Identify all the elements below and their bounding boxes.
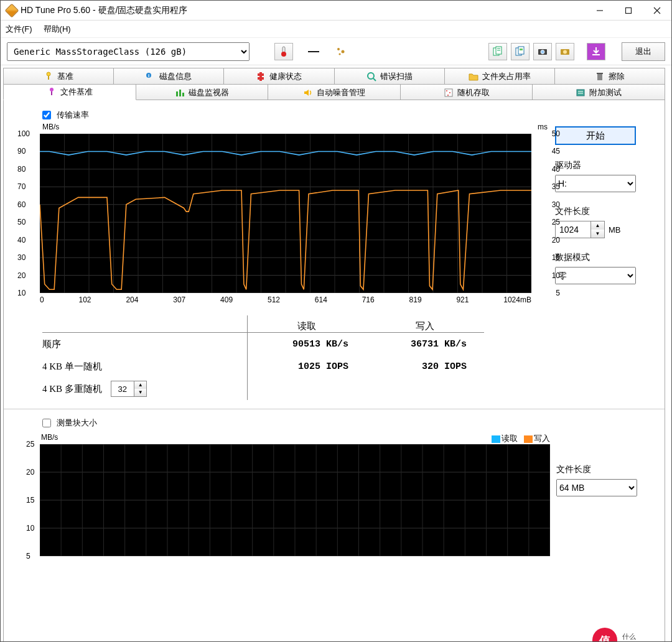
close-button[interactable] [643, 1, 671, 21]
svg-rect-38 [577, 90, 584, 96]
file-length-input[interactable] [556, 221, 590, 238]
menu-bar: 文件(F) 帮助(H) [1, 21, 671, 38]
tab-错误扫描[interactable]: 错误扫描 [335, 68, 445, 84]
svg-text:i: i [148, 73, 149, 78]
svg-text:值: 值 [599, 635, 610, 642]
toolbar: Generic MassStorageClass (126 gB) — 退出 [1, 38, 671, 65]
minimize-button[interactable] [586, 1, 614, 21]
col-read: 读取 [248, 320, 366, 332]
results-row: 顺序90513 KB/s36731 KB/s [42, 333, 484, 355]
spin-down[interactable]: ▼ [591, 230, 604, 238]
lower-file-length-select[interactable]: 64 MB [556, 479, 637, 496]
results-row: 4 KB 单一随机1025 IOPS320 IOPS [42, 355, 484, 378]
maximize-button[interactable] [614, 1, 643, 21]
svg-point-8 [338, 53, 340, 55]
download-icon[interactable] [587, 43, 605, 60]
start-button[interactable]: 开始 [555, 126, 636, 145]
file-length-spinner[interactable]: ▲▼ [555, 221, 605, 238]
results-row: 4 KB 多重随机▲▼ [42, 378, 484, 400]
save-screenshot-icon[interactable] [556, 43, 574, 60]
svg-point-29 [50, 88, 54, 91]
block-size-checkbox[interactable]: 测量块大小 [40, 417, 97, 429]
svg-point-5 [281, 52, 286, 57]
tab-擦除[interactable]: 擦除 [555, 68, 665, 84]
drive-letter-select[interactable]: H: [555, 175, 636, 192]
chart-canvas [40, 134, 531, 293]
results-table: 读取 写入 顺序90513 KB/s36731 KB/s4 KB 单一随机102… [42, 315, 484, 400]
col-write: 写入 [366, 320, 484, 332]
tab-磁盘监视器[interactable]: 磁盘监视器 [136, 84, 269, 100]
exit-button[interactable]: 退出 [622, 42, 665, 61]
data-mode-select[interactable]: 零 [555, 267, 636, 284]
tab-自动噪音管理[interactable]: 自动噪音管理 [268, 84, 401, 100]
svg-rect-27 [597, 73, 602, 80]
svg-point-21 [47, 72, 50, 76]
thermometer-icon[interactable] [274, 43, 293, 60]
side-controls: 开始 驱动器 H: 文件长度 ▲▼ MB 数据模式 零 [549, 125, 655, 400]
svg-point-17 [541, 50, 544, 54]
svg-point-37 [447, 95, 449, 96]
tab-随机存取[interactable]: 随机存取 [401, 84, 533, 100]
svg-rect-34 [445, 89, 452, 96]
data-mode-label: 数据模式 [555, 252, 655, 263]
camera-icon[interactable] [533, 43, 552, 60]
window-title: HD Tune Pro 5.60 - 硬盘/固态硬盘实用程序 [21, 5, 187, 16]
file-length-label: 文件长度 [555, 206, 655, 217]
svg-point-35 [446, 90, 447, 91]
tab-文件基准[interactable]: 文件基准 [3, 84, 136, 100]
drive-select[interactable]: Generic MassStorageClass (126 gB) [7, 42, 250, 61]
transfer-rate-checkbox[interactable]: 传输速率 [40, 109, 89, 121]
svg-line-26 [373, 78, 376, 81]
file-length-unit: MB [609, 225, 621, 235]
tab-strip: 基准i磁盘信息健康状态错误扫描文件夹占用率擦除 文件基准磁盘监视器自动噪音管理随… [1, 65, 671, 642]
svg-rect-28 [597, 73, 603, 74]
svg-rect-33 [182, 93, 184, 96]
svg-point-19 [563, 50, 567, 54]
block-size-canvas [40, 444, 550, 556]
tab-健康状态[interactable]: 健康状态 [224, 68, 334, 84]
transfer-rate-checkbox-input[interactable] [42, 111, 51, 119]
svg-rect-31 [176, 91, 178, 96]
sparkle-icon [332, 43, 350, 60]
block-size-checkbox-input[interactable] [42, 419, 51, 427]
tab-附加测试[interactable]: 附加测试 [533, 84, 665, 100]
svg-rect-22 [48, 76, 49, 80]
svg-point-25 [368, 73, 374, 79]
tab-panel-file-benchmark: 传输速率 MB/s ms 102030405060708090100 51015… [3, 100, 665, 642]
tab-基准[interactable]: 基准 [3, 68, 114, 84]
svg-point-6 [337, 48, 340, 50]
tab-磁盘信息[interactable]: i磁盘信息 [114, 68, 224, 84]
copy-text-icon[interactable] [488, 43, 507, 60]
transfer-rate-chart: MB/s ms 102030405060708090100 5101520253… [40, 125, 549, 312]
svg-point-7 [342, 50, 345, 53]
tab-文件夹占用率[interactable]: 文件夹占用率 [445, 68, 555, 84]
queue-depth-spinner[interactable]: ▲▼ [111, 381, 147, 397]
svg-text:什么: 什么 [622, 633, 636, 640]
copy-data-icon[interactable] [511, 43, 530, 60]
spin-up[interactable]: ▲ [591, 221, 604, 230]
svg-rect-15 [520, 49, 523, 50]
legend: 读取 写入 [492, 433, 550, 444]
app-icon [5, 3, 19, 17]
menu-help[interactable]: 帮助(H) [44, 24, 71, 35]
svg-rect-1 [626, 7, 632, 13]
lower-file-length-label: 文件长度 [556, 464, 656, 475]
title-bar: HD Tune Pro 5.60 - 硬盘/固态硬盘实用程序 [1, 1, 671, 21]
watermark: 值 什么 值得买 [591, 626, 660, 642]
drive-label: 驱动器 [555, 160, 655, 171]
app-window: HD Tune Pro 5.60 - 硬盘/固态硬盘实用程序 文件(F) 帮助(… [0, 0, 672, 642]
svg-rect-30 [51, 91, 52, 95]
svg-rect-32 [179, 90, 181, 96]
y-left-unit: MB/s [42, 123, 59, 131]
svg-point-36 [449, 92, 450, 93]
y-right-unit: ms [538, 123, 548, 131]
menu-file[interactable]: 文件(F) [6, 24, 32, 35]
